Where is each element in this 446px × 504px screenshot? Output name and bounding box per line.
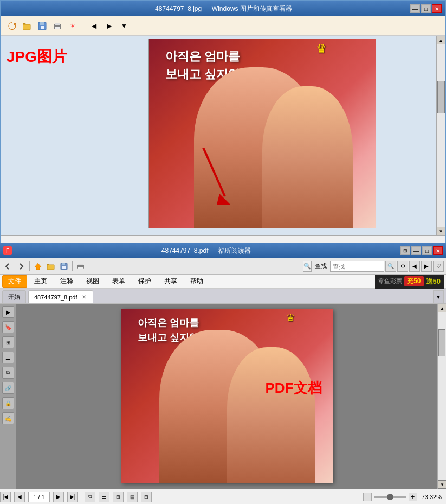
search-input[interactable] <box>330 261 384 272</box>
zoom-level: 73.32% <box>422 494 442 500</box>
svg-rect-12 <box>62 263 65 265</box>
svg-rect-3 <box>41 26 44 29</box>
bottom-window-title: 48744797_8.pdf — 福昕阅读器 <box>12 246 400 256</box>
search-go-button[interactable]: 🔍 <box>385 261 396 272</box>
pdf-home-icon[interactable] <box>32 260 44 272</box>
zoom-thumb[interactable] <box>387 494 393 500</box>
pdf-page-area: 아직은 엄마를 보내고 싶지않아요 ♛ PDF文档 <box>16 304 437 489</box>
grid-icon[interactable]: ⊞ <box>400 246 410 255</box>
pdf-statusbar: |◀ ◀ ▶ ▶| ⧉ ☰ ⊞ ▤ ⊟ — + 73.32% <box>0 489 446 504</box>
grid-view-button[interactable]: ⊞ <box>113 492 124 502</box>
prev-page-button[interactable]: ◀ <box>14 492 25 502</box>
menu-annotation[interactable]: 注释 <box>54 275 79 288</box>
ad-send-text: 送50 <box>426 277 441 286</box>
bottom-close-button[interactable]: ✕ <box>433 246 443 255</box>
toolbar-separator-1 <box>83 21 83 31</box>
menu-form[interactable]: 表单 <box>106 275 131 288</box>
bottom-minimize-button[interactable]: — <box>411 246 421 255</box>
pdf-scroll-track[interactable] <box>438 312 446 480</box>
next-page-button[interactable]: ▶ <box>53 492 64 502</box>
top-close-button[interactable]: ✕ <box>432 4 442 13</box>
tab-pdf-label: 48744797_8.pdf <box>34 294 77 301</box>
top-content: JPG图片 아직은 엄마를 보내고 싶지않아요 ♛ ▲ <box>1 36 445 235</box>
fav-icon[interactable]: ♡ <box>433 261 444 272</box>
pdf-scroll-down-button[interactable]: ▼ <box>438 480 446 489</box>
svg-rect-6 <box>55 27 60 29</box>
bottom-maximize-button[interactable]: □ <box>422 246 432 255</box>
sidebar-layers-tool[interactable]: ☰ <box>2 352 14 363</box>
menu-view[interactable]: 视图 <box>80 275 105 288</box>
menu-file[interactable]: 文件 <box>2 275 27 288</box>
pdf-scroll-up-button[interactable]: ▲ <box>438 304 446 312</box>
pdf-toolbar-sep-2 <box>72 261 73 271</box>
toolbar-star-icon[interactable]: ✶ <box>66 20 79 33</box>
svg-rect-13 <box>62 266 66 269</box>
copy-page-button[interactable]: ⧉ <box>85 492 95 502</box>
pdf-scroll-thumb[interactable] <box>438 329 445 356</box>
top-maximize-button[interactable]: □ <box>421 4 431 13</box>
toolbar-print-icon[interactable] <box>51 20 64 33</box>
pdf-fwd-icon[interactable] <box>15 260 27 272</box>
toolbar-save-icon[interactable] <box>36 20 49 33</box>
top-minimize-button[interactable]: — <box>410 4 420 13</box>
columns-button[interactable]: ▤ <box>127 492 138 502</box>
bottom-titlebar-left: F <box>3 246 12 255</box>
tab-dropdown-button[interactable]: ▼ <box>433 290 444 303</box>
sidebar-arrow-tool[interactable]: ▶ <box>2 306 14 318</box>
svg-rect-16 <box>78 267 83 269</box>
sidebar-copy-tool[interactable]: ⧉ <box>2 367 14 379</box>
nav-next-icon[interactable]: ▶ <box>421 261 432 272</box>
zoom-out-button[interactable]: — <box>363 493 372 501</box>
toolbar-rotate-icon[interactable] <box>5 20 18 33</box>
sidebar-sign-tool[interactable]: ✍ <box>2 412 14 424</box>
last-page-button[interactable]: ▶| <box>67 492 78 502</box>
menu-share[interactable]: 共享 <box>158 275 183 288</box>
toolbar-next-icon[interactable]: ▶ <box>102 20 115 33</box>
tab-pdf[interactable]: 48744797_8.pdf ✕ <box>28 290 93 303</box>
view-mode-button[interactable]: ☰ <box>99 492 109 502</box>
nav-prev-icon[interactable]: ◀ <box>409 261 420 272</box>
page-input[interactable] <box>28 492 50 502</box>
pdf-print-icon[interactable] <box>75 260 87 272</box>
sidebar-lock-tool[interactable]: 🔒 <box>2 397 14 409</box>
bottom-titlebar: F 48744797_8.pdf — 福昕阅读器 ⊞ — □ ✕ <box>0 243 446 258</box>
scroll-down-button[interactable]: ▼ <box>437 227 445 235</box>
svg-rect-10 <box>47 265 54 270</box>
tab-close-button[interactable]: ✕ <box>81 294 87 300</box>
bottom-window: F 48744797_8.pdf — 福昕阅读器 ⊞ — □ ✕ <box>0 243 446 504</box>
search-area: 🔍 查找 🔍 ⚙ ◀ ▶ ♡ <box>303 261 444 272</box>
toolbar-open-icon[interactable] <box>21 20 34 33</box>
toolbar-prev-icon[interactable]: ◀ <box>87 20 100 33</box>
pdf-back-icon[interactable] <box>2 260 14 272</box>
search-icon: 🔍 <box>303 261 312 272</box>
menu-home[interactable]: 主页 <box>28 275 53 288</box>
scroll-track[interactable] <box>437 44 445 227</box>
menu-protect[interactable]: 保护 <box>132 275 157 288</box>
menu-help[interactable]: 帮助 <box>184 275 209 288</box>
pdf-main: ▶ 🔖 ⊞ ☰ ⧉ 🔗 🔒 ✍ 아직은 엄마를 보내고 싶지않아요 ♛ <box>0 304 446 489</box>
top-toolbar: ✶ ◀ ▶ ▼ <box>1 16 445 36</box>
top-scrollbar[interactable]: ▲ ▼ <box>436 36 445 235</box>
fit-button[interactable]: ⊟ <box>141 492 152 502</box>
ad-brand-text: 章鱼彩票 <box>378 277 402 285</box>
top-image: 아직은 엄마를 보내고 싶지않아요 ♛ <box>148 39 376 228</box>
top-titlebar: 48744797_8.jpg — Windows 图片和传真查看器 — □ ✕ <box>1 1 445 16</box>
scroll-up-button[interactable]: ▲ <box>437 36 445 44</box>
pdf-scrollbar-v[interactable]: ▲ ▼ <box>437 304 446 489</box>
sidebar-bookmark-tool[interactable]: 🔖 <box>2 321 14 333</box>
sidebar-pages-tool[interactable]: ⊞ <box>2 336 14 348</box>
sidebar-link-tool[interactable]: 🔗 <box>2 382 14 394</box>
tab-home[interactable]: 开始 <box>2 290 26 303</box>
zoom-in-button[interactable]: + <box>409 493 417 501</box>
zoom-slider[interactable] <box>374 496 406 498</box>
scroll-thumb[interactable] <box>437 81 445 113</box>
first-page-button[interactable]: |◀ <box>0 492 11 502</box>
pdf-save-icon[interactable] <box>58 260 70 272</box>
search-settings-icon[interactable]: ⚙ <box>397 261 408 272</box>
crown-decoration: ♛ <box>316 42 327 56</box>
pdf-toolbar: 🔍 查找 🔍 ⚙ ◀ ▶ ♡ <box>0 258 446 275</box>
ad-banner[interactable]: 章鱼彩票 充50 送50 <box>375 275 444 289</box>
bottom-win-controls: ⊞ — □ ✕ <box>400 246 443 255</box>
toolbar-dropdown-icon[interactable]: ▼ <box>118 20 131 33</box>
pdf-open-icon[interactable] <box>45 260 57 272</box>
